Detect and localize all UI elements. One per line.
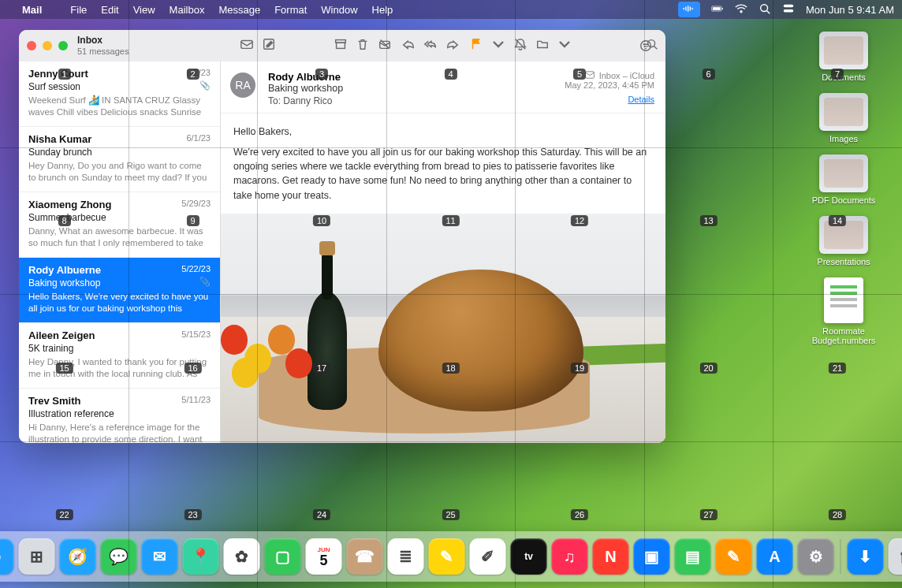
menu-message[interactable]: Message [218,4,260,16]
spotlight-icon[interactable] [758,2,771,17]
menu-mailbox[interactable]: Mailbox [170,4,205,16]
svg-rect-4 [691,8,692,10]
menu-format[interactable]: Format [274,4,307,16]
message-subject: Summer barbecue [28,212,211,223]
desktop-item[interactable]: Roommate Budget.numbers [800,277,887,345]
dock-news[interactable]: N [593,538,629,575]
message-row[interactable]: Xiaomeng Zhong5/29/23Summer barbecueDann… [19,192,220,258]
dock-reminders[interactable]: ≣ [388,538,424,575]
dock-messages[interactable]: 💬 [101,538,137,575]
menu-help[interactable]: Help [372,4,393,16]
message-row[interactable]: Jenny Court6/2/23📎Surf sessionWeekend Su… [19,61,220,127]
grid-number-21[interactable]: 21 [829,363,846,374]
dock-contacts[interactable]: ☎ [347,538,383,575]
grid-number-26[interactable]: 26 [571,509,588,520]
dock-mail[interactable]: ✉ [142,538,178,575]
grid-number-6[interactable]: 6 [702,69,714,80]
menu-view[interactable]: View [133,4,155,16]
dock-downloads[interactable]: ⬇ [848,538,884,575]
dock-freeform[interactable]: ✐ [470,538,506,575]
close-window-button[interactable] [27,41,36,50]
grid-number-22[interactable]: 22 [55,509,73,520]
document-icon [824,277,863,323]
dock-notes[interactable]: ✎ [429,538,465,575]
menu-app-name[interactable]: Mail [22,4,42,16]
message-date: 5/22/23 [181,264,211,274]
mute-button[interactable] [513,37,527,54]
desktop-item[interactable]: PDF Documents [800,154,887,205]
battery-icon[interactable] [711,2,724,17]
reply-all-button[interactable] [423,37,438,54]
desktop-item[interactable]: Images [800,93,887,143]
compose-button[interactable] [262,37,276,54]
dock-settings[interactable]: ⚙ [798,538,834,575]
dock-calendar[interactable]: JUN5 [306,538,342,575]
reading-attachment-image[interactable] [221,214,665,443]
voice-control-indicator[interactable] [678,2,700,17]
flag-button[interactable] [469,37,483,54]
dock-trash[interactable]: 🗑 [889,538,903,575]
menu-window[interactable]: Window [321,4,357,16]
message-row[interactable]: Trev Smith5/11/23Illustration referenceH… [19,389,220,443]
grid-number-20[interactable]: 20 [699,363,717,374]
control-center-icon[interactable] [782,2,795,17]
dock-numbers[interactable]: ▤ [675,538,711,575]
message-preview: Danny, What an awesome barbecue. It was … [28,225,211,249]
svg-rect-19 [336,43,345,48]
message-row[interactable]: Aileen Zeigen5/15/235K trainingHey Danny… [19,323,220,389]
mailbox-count: 51 messages [77,47,129,56]
svg-rect-16 [241,41,252,49]
grid-number-27[interactable]: 27 [699,509,717,520]
move-button[interactable] [535,37,550,54]
get-mail-button[interactable] [240,37,254,54]
minimize-window-button[interactable] [43,41,52,50]
reply-button[interactable] [401,37,416,54]
folder-icon [819,32,868,69]
message-list[interactable]: Jenny Court6/2/23📎Surf sessionWeekend Su… [19,61,221,443]
dock-facetime[interactable]: ▢ [265,538,301,575]
zoom-window-button[interactable] [58,41,68,50]
dock-maps[interactable]: 📍 [183,538,219,575]
dock-pages[interactable]: ✎ [716,538,752,575]
reading-pane: RA Rody Albuerne Baking workshop To: Dan… [221,61,665,443]
message-from: Nisha Kumar [28,133,211,145]
grid-number-24[interactable]: 24 [313,509,330,520]
desktop-item[interactable]: Presentations [800,216,887,266]
dock-music[interactable]: ♫ [552,538,588,575]
grid-number-28[interactable]: 28 [829,509,846,520]
desktop-item[interactable]: Documents [800,32,887,82]
junk-button[interactable] [378,37,392,54]
message-row[interactable]: Rody Albuerne5/22/23📎Baking workshopHell… [19,258,220,323]
archive-button[interactable] [334,37,348,54]
move-menu-chevron-icon[interactable] [557,37,572,54]
dock-finder[interactable]: ☻ [0,538,14,575]
sender-avatar[interactable]: RA [230,73,255,98]
message-subject: Sunday brunch [28,147,211,158]
dock-tv[interactable]: tv [511,538,547,575]
message-row[interactable]: Nisha Kumar6/1/23Sunday brunchHey Danny,… [19,127,220,192]
menubar-clock[interactable]: Mon Jun 5 9:41 AM [806,4,894,16]
dock-appstore[interactable]: A [757,538,793,575]
svg-rect-0 [684,8,684,10]
flag-menu-chevron-icon[interactable] [491,37,505,54]
delete-button[interactable] [356,37,370,54]
menu-file[interactable]: File [70,4,87,16]
dock-safari[interactable]: 🧭 [60,538,96,575]
search-button[interactable] [645,37,659,54]
desktop-item-label: Documents [800,73,887,82]
dock-launchpad[interactable]: ⊞ [19,538,55,575]
message-date: 5/15/23 [181,329,211,339]
menu-bar: Mail FileEditViewMailboxMessageFormatWin… [0,0,902,19]
message-subject: 5K training [28,343,211,354]
message-subject: Illustration reference [28,408,211,419]
dock-keynote[interactable]: ▣ [634,538,670,575]
details-link[interactable]: Details [565,95,654,104]
wifi-icon[interactable] [735,2,747,17]
grid-number-23[interactable]: 23 [184,509,201,520]
forward-button[interactable] [445,37,460,54]
grid-number-25[interactable]: 25 [442,509,459,520]
grid-number-13[interactable]: 13 [699,215,717,226]
dock-photos[interactable]: ✿ [224,538,260,575]
svg-rect-10 [784,4,793,7]
menu-edit[interactable]: Edit [101,4,118,16]
